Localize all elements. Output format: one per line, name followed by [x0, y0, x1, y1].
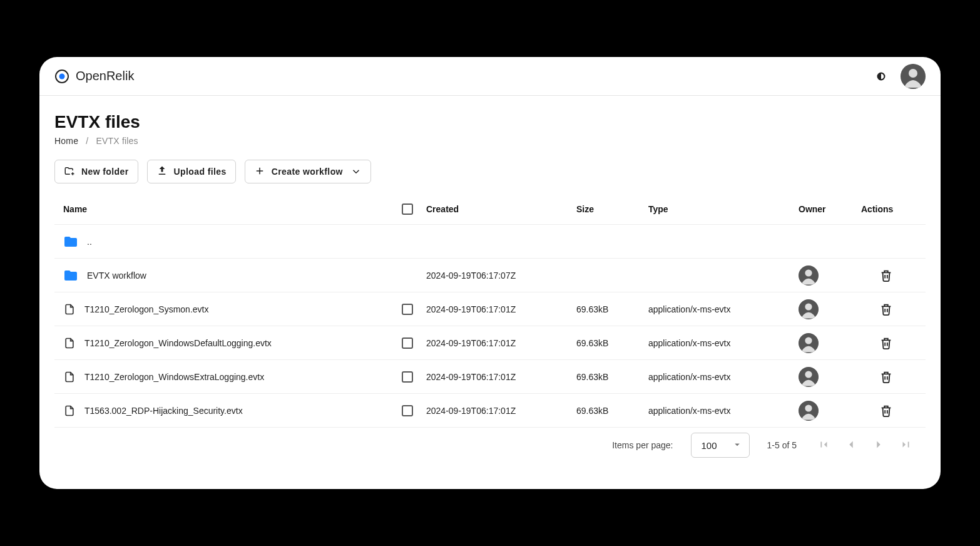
table-row[interactable]: T1210_Zerologon_WindowsDefaultLogging.ev… — [54, 326, 926, 360]
brand[interactable]: OpenRelik — [54, 69, 134, 84]
table-header: Name Created Size Type Owner Actions — [54, 193, 926, 225]
user-avatar[interactable] — [901, 64, 926, 89]
create-workflow-button[interactable]: Create workflow — [245, 160, 371, 183]
row-type: application/x-ms-evtx — [648, 372, 799, 382]
row-name: T1563.002_RDP-Hijacking_Security.evtx — [84, 406, 243, 416]
app-window: OpenRelik EVTX files Home / EVTX files N… — [39, 57, 941, 489]
table-row[interactable]: T1563.002_RDP-Hijacking_Security.evtx202… — [54, 394, 926, 428]
checkbox-icon — [402, 304, 413, 315]
row-checkbox[interactable] — [389, 304, 426, 315]
file-table: Name Created Size Type Owner Actions .. … — [54, 193, 926, 428]
header-type[interactable]: Type — [648, 204, 799, 214]
svg-point-1 — [59, 73, 65, 79]
table-row[interactable]: T1210_Zerologon_WindowsExtraLogging.evtx… — [54, 360, 926, 394]
breadcrumb-separator: / — [86, 136, 88, 146]
checkbox-icon — [402, 405, 413, 416]
header-owner[interactable]: Owner — [799, 204, 861, 214]
row-type: application/x-ms-evtx — [648, 406, 799, 416]
row-created: 2024-09-19T06:17:07Z — [426, 270, 576, 281]
row-size: 69.63kB — [576, 406, 648, 416]
row-name: T1210_Zerologon_WindowsDefaultLogging.ev… — [84, 338, 272, 348]
breadcrumb: Home / EVTX files — [54, 136, 926, 146]
delete-button[interactable] — [879, 336, 893, 350]
file-icon — [63, 371, 76, 383]
row-type: application/x-ms-evtx — [648, 338, 799, 348]
row-name: T1210_Zerologon_Sysmon.evtx — [84, 304, 208, 314]
row-created: 2024-09-19T06:17:01Z — [426, 372, 576, 382]
delete-button[interactable] — [879, 404, 893, 418]
checkbox-icon — [402, 371, 413, 383]
row-created: 2024-09-19T06:17:01Z — [426, 406, 576, 416]
table-row[interactable]: T1210_Zerologon_Sysmon.evtx2024-09-19T06… — [54, 292, 926, 326]
owner-avatar[interactable] — [799, 401, 819, 421]
breadcrumb-home[interactable]: Home — [54, 136, 78, 146]
owner-avatar[interactable] — [799, 333, 819, 353]
row-name: T1210_Zerologon_WindowsExtraLogging.evtx — [84, 372, 264, 382]
checkbox-icon — [402, 337, 413, 349]
header-size[interactable]: Size — [576, 204, 648, 214]
upload-files-label: Upload files — [174, 167, 227, 177]
parent-folder-label: .. — [87, 237, 92, 247]
header-actions: Actions — [861, 204, 911, 214]
upload-files-button[interactable]: Upload files — [147, 160, 236, 183]
owner-avatar[interactable] — [799, 299, 819, 319]
svg-point-10 — [805, 337, 812, 344]
header-name[interactable]: Name — [63, 204, 389, 214]
pagination-range: 1-5 of 5 — [767, 440, 797, 450]
items-per-page-value: 100 — [702, 440, 717, 451]
toolbar: New folder Upload files Create workflow — [54, 160, 926, 183]
checkbox-icon — [402, 203, 413, 215]
svg-point-6 — [805, 269, 812, 276]
items-per-page-label: Items per page: — [612, 440, 673, 450]
owner-avatar[interactable] — [799, 265, 819, 286]
page-title: EVTX files — [54, 112, 926, 132]
next-page-icon[interactable] — [872, 438, 886, 453]
file-icon — [63, 303, 76, 316]
folder-icon — [63, 234, 78, 249]
row-checkbox[interactable] — [389, 405, 426, 416]
row-created: 2024-09-19T06:17:01Z — [426, 338, 576, 348]
top-bar: OpenRelik — [39, 57, 941, 96]
topbar-actions — [873, 64, 926, 89]
row-name: EVTX workflow — [87, 270, 146, 281]
header-created[interactable]: Created — [426, 204, 576, 214]
delete-button[interactable] — [879, 370, 893, 384]
folder-icon — [63, 268, 78, 283]
last-page-icon[interactable] — [899, 438, 913, 453]
chevron-down-icon — [350, 166, 362, 177]
items-per-page-select[interactable]: 100 — [691, 433, 750, 458]
brand-name: OpenRelik — [76, 69, 134, 83]
header-select-all[interactable] — [389, 203, 426, 215]
upload-icon — [156, 165, 168, 178]
theme-toggle-icon[interactable] — [873, 68, 889, 85]
file-icon — [63, 404, 76, 417]
table-row[interactable]: EVTX workflow2024-09-19T06:17:07Z — [54, 259, 926, 292]
file-icon — [63, 337, 76, 349]
svg-point-12 — [805, 371, 812, 378]
pagination: Items per page: 100 1-5 of 5 — [54, 428, 926, 463]
create-workflow-label: Create workflow — [272, 167, 343, 177]
row-type: application/x-ms-evtx — [648, 304, 799, 314]
svg-point-4 — [909, 69, 917, 78]
delete-button[interactable] — [879, 302, 893, 316]
plus-icon — [254, 165, 265, 178]
prev-page-icon[interactable] — [844, 438, 858, 453]
new-folder-label: New folder — [81, 167, 129, 177]
svg-point-8 — [805, 303, 812, 310]
delete-button[interactable] — [879, 269, 893, 282]
brand-logo-icon — [54, 69, 69, 84]
owner-avatar[interactable] — [799, 367, 819, 387]
row-checkbox[interactable] — [389, 371, 426, 383]
row-size: 69.63kB — [576, 304, 648, 314]
row-checkbox[interactable] — [389, 337, 426, 349]
row-size: 69.63kB — [576, 338, 648, 348]
row-created: 2024-09-19T06:17:01Z — [426, 304, 576, 314]
parent-folder-row[interactable]: .. — [54, 225, 926, 259]
first-page-icon[interactable] — [817, 438, 830, 453]
breadcrumb-current: EVTX files — [96, 136, 138, 146]
chevron-down-icon — [732, 439, 743, 452]
svg-point-14 — [805, 404, 812, 411]
new-folder-icon — [64, 165, 75, 178]
row-size: 69.63kB — [576, 372, 648, 382]
new-folder-button[interactable]: New folder — [54, 160, 138, 183]
